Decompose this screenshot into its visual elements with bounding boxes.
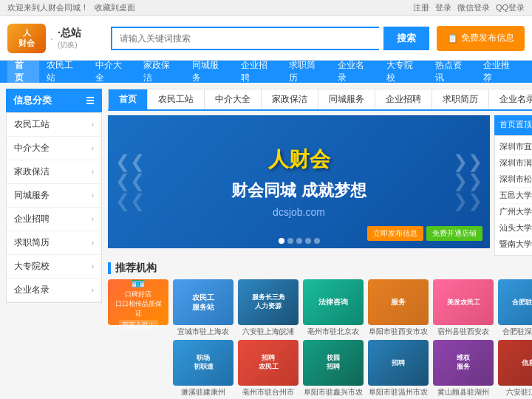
rec-org-13[interactable]: 信息 六安驻江乐清 bbox=[498, 340, 532, 398]
logo-area: 人财会 · ·总站 (切换) bbox=[7, 24, 103, 53]
nav-recommend[interactable]: 企业推荐 bbox=[476, 61, 525, 83]
dot-5[interactable] bbox=[314, 238, 320, 244]
rec-org-8[interactable]: 职场初职道 濉溪驻建康州 bbox=[173, 340, 233, 398]
company-name-2[interactable]: 深圳市润国家政服务有限公司 bbox=[499, 157, 532, 168]
rec-org-6[interactable]: 合肥驻深圳 合肥驻深圳申犁 bbox=[498, 279, 532, 337]
sidebar-item-services[interactable]: 同城服务 › bbox=[7, 184, 101, 208]
rec-org-10[interactable]: 校园招聘 阜阳市驻鑫兴市农 bbox=[303, 340, 364, 398]
featured-org-card[interactable]: 🏪 口碑好店口口相传品质保证 商家入驻！ bbox=[108, 279, 168, 325]
tab-services[interactable]: 同城服务 bbox=[318, 89, 375, 109]
right-list-item-6[interactable]: 汕头大学 专本院校 bbox=[499, 220, 532, 236]
company-name-1[interactable]: 深圳市宜美家家政服务有限公司 bbox=[499, 141, 532, 152]
sidebar-item-resume[interactable]: 求职简历 › bbox=[7, 231, 101, 255]
dot-3[interactable] bbox=[296, 238, 302, 244]
featured-card-action[interactable]: 商家入驻！ bbox=[119, 320, 158, 331]
rec-org-label-2: 服务长三角人力资源 bbox=[252, 293, 285, 310]
rec-org-5[interactable]: 美发农民工 宿州县驻西安农 bbox=[433, 279, 494, 337]
left-chevrons: ❮❮ ❮❮ ❮❮ bbox=[115, 152, 145, 211]
banner-post-btn[interactable]: 立即发布信息 bbox=[367, 226, 423, 241]
nav-housekeeping[interactable]: 家政保洁 bbox=[136, 61, 185, 83]
company-name-6[interactable]: 汕头大学 bbox=[499, 222, 532, 233]
nav-colleges[interactable]: 大专院校 bbox=[379, 61, 428, 83]
rec-org-img-8: 职场初职道 bbox=[173, 340, 233, 386]
top-bar-right[interactable]: 注册 登录 微信登录 QQ登录 bbox=[413, 2, 525, 13]
search-button[interactable]: 搜索 bbox=[383, 27, 429, 50]
tab-home[interactable]: 首页 bbox=[108, 89, 148, 109]
rec-org-label-4: 服务 bbox=[391, 297, 406, 307]
top-bar: 欢迎来到人财会同城！ 收藏到桌面 注册 登录 微信登录 QQ登录 bbox=[0, 0, 532, 16]
company-name-7[interactable]: 暨南大学 bbox=[499, 239, 532, 250]
rec-org-img-9: 招聘农民工 bbox=[238, 340, 299, 386]
nav-resume[interactable]: 求职简历 bbox=[282, 61, 330, 83]
company-name-4[interactable]: 五邑大学 bbox=[499, 190, 532, 201]
wechat-login-link[interactable]: 微信登录 bbox=[457, 2, 490, 13]
recommended-orgs: 🏪 口碑好店口口相传品质保证 商家入驻！ 农民工服务站 宜城市驻上海农 服务长三… bbox=[108, 279, 532, 337]
right-list-item-2[interactable]: 深圳市润国家政服务有限公司 家政公司 bbox=[499, 155, 532, 171]
tab-agency[interactable]: 中介大全 bbox=[205, 89, 262, 109]
nav-home[interactable]: 首页 bbox=[7, 61, 39, 83]
tab-jobs[interactable]: 企业招聘 bbox=[375, 89, 432, 109]
sidebar-item-jobs[interactable]: 企业招聘 › bbox=[7, 208, 101, 231]
sidebar-item-migrant[interactable]: 农民工站 › bbox=[7, 113, 101, 137]
right-tab-top[interactable]: 首页置顶 bbox=[494, 115, 532, 134]
rec-org-name-1: 宜城市驻上海农 bbox=[173, 327, 233, 337]
rec-org-9[interactable]: 招聘农民工 亳州市驻台州市 bbox=[238, 340, 299, 398]
sidebar-item-agency[interactable]: 中介大全 › bbox=[7, 137, 101, 160]
tab-resume[interactable]: 求职简历 bbox=[432, 89, 489, 109]
banner-url: dcsjob.com bbox=[231, 206, 366, 218]
logo-separator: · bbox=[50, 33, 53, 44]
right-list-item-3[interactable]: 深圳市松辉人力资源有限公司 人力资源 bbox=[499, 171, 532, 188]
rec-org-name-13: 六安驻江乐清 bbox=[498, 387, 532, 398]
dot-4[interactable] bbox=[305, 238, 311, 244]
save-desktop-link[interactable]: 收藏到桌面 bbox=[95, 2, 135, 13]
right-list-item-1[interactable]: 深圳市宜美家家政服务有限公司 家政公司 bbox=[499, 139, 532, 155]
nav-news[interactable]: 热点资讯 bbox=[428, 61, 477, 83]
nav-migrant[interactable]: 农民工站 bbox=[39, 61, 88, 83]
company-name-5[interactable]: 广州大学 bbox=[499, 206, 532, 217]
sidebar-item-colleges[interactable]: 大专院校 › bbox=[7, 255, 101, 279]
dot-2[interactable] bbox=[287, 238, 293, 244]
right-list-item-7[interactable]: 暨南大学 专本院校 bbox=[499, 236, 532, 252]
right-list-item-4[interactable]: 五邑大学 专本院校 bbox=[499, 188, 532, 204]
top-bar-left: 欢迎来到人财会同城！ 收藏到桌面 bbox=[7, 2, 135, 13]
banner-left-arrows: ❮❮ ❮❮ ❮❮ bbox=[115, 152, 145, 211]
rec-org-12[interactable]: 维权服务 黄山顾县驻湖州 bbox=[433, 340, 494, 398]
register-link[interactable]: 注册 bbox=[413, 2, 429, 13]
logo-image[interactable]: 人财会 bbox=[7, 24, 46, 53]
nav-services[interactable]: 同城服务 bbox=[185, 61, 233, 83]
banner-logo: 人财会 bbox=[231, 146, 366, 174]
dot-1[interactable] bbox=[279, 238, 284, 244]
free-post-button[interactable]: 📋 免费发布信息 bbox=[437, 26, 525, 51]
nav-companies[interactable]: 企业名录 bbox=[330, 61, 379, 83]
sidebar-item-services-label: 同城服务 bbox=[14, 189, 50, 202]
nav-jobs[interactable]: 企业招聘 bbox=[233, 61, 282, 83]
title-bar-decoration bbox=[108, 262, 111, 274]
right-list-item-5[interactable]: 广州大学 专本院校 bbox=[499, 204, 532, 220]
station-sub[interactable]: (切换) bbox=[58, 40, 78, 50]
tab-migrant[interactable]: 农民工站 bbox=[148, 89, 205, 109]
logo-text: 人财会 bbox=[18, 28, 35, 47]
rec-org-name-12: 黄山顾县驻湖州 bbox=[433, 387, 494, 398]
rec-org-11[interactable]: 招聘 阜阳市驻温州市农 bbox=[368, 340, 429, 398]
search-area: 搜索 bbox=[111, 27, 429, 50]
rec-org-1[interactable]: 农民工服务站 宜城市驻上海农 bbox=[173, 279, 233, 337]
sidebar-item-housekeeping[interactable]: 家政保洁 › bbox=[7, 160, 101, 184]
qq-login-link[interactable]: QQ登录 bbox=[496, 2, 525, 13]
login-link[interactable]: 登录 bbox=[435, 2, 451, 13]
search-input[interactable] bbox=[111, 27, 379, 50]
nav-agency[interactable]: 中介大全 bbox=[88, 61, 137, 83]
chevron-r1: ❯❯ bbox=[453, 152, 482, 171]
banner-open-shop-btn[interactable]: 免费开通店铺 bbox=[426, 226, 482, 241]
rec-org-3[interactable]: 法律咨询 亳州市驻北京农 bbox=[303, 279, 364, 337]
rec-org-label-13: 信息 bbox=[522, 358, 532, 368]
right-list: 深圳市宜美家家政服务有限公司 家政公司 深圳市润国家政服务有限公司 家政公司 深… bbox=[494, 135, 532, 256]
sidebar-item-companies[interactable]: 企业名录 › bbox=[7, 279, 101, 302]
rec-org-name-5: 宿州县驻西安农 bbox=[433, 327, 494, 337]
company-name-3[interactable]: 深圳市松辉人力资源有限公司 bbox=[499, 174, 532, 185]
sidebar-arrow: › bbox=[92, 215, 94, 223]
rec-org-4[interactable]: 服务 阜阳市驻西安市农 bbox=[368, 279, 429, 337]
right-panel: 首页置顶 热点资讯 网站公告 深圳市宜美家家政服务有限公司 家政公司 深圳市润国… bbox=[494, 115, 532, 256]
tab-companies[interactable]: 企业名录 bbox=[489, 89, 532, 109]
tab-housekeeping[interactable]: 家政保洁 bbox=[262, 89, 318, 109]
rec-org-2[interactable]: 服务长三角人力资源 六安驻上海皖浦 bbox=[238, 279, 299, 337]
